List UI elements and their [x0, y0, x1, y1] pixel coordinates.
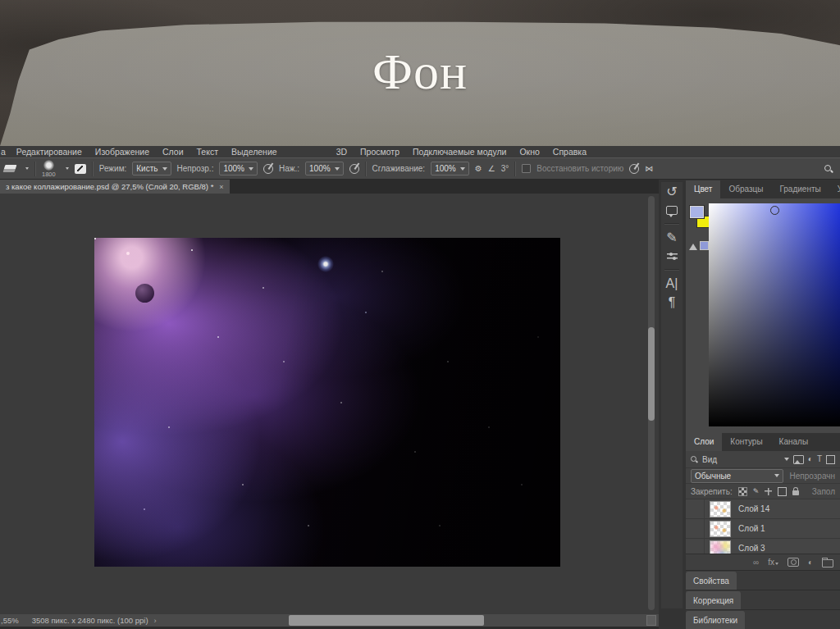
color-picker-field[interactable] [709, 203, 840, 426]
tab-channels[interactable]: Каналы [771, 433, 817, 451]
layer-opacity-label: Непрозрачн [790, 472, 835, 481]
lock-transparency-icon[interactable] [738, 487, 747, 496]
zoom-level[interactable]: ,55% [1, 616, 19, 625]
eraser-tool-icon[interactable] [3, 165, 17, 172]
layer-row[interactable]: Слой 1 [686, 519, 840, 539]
new-adjustment-layer-icon[interactable]: ◐ [808, 558, 813, 567]
filter-adjustment-layers-icon[interactable]: ◐ [808, 455, 813, 463]
planet-shape [135, 284, 154, 303]
canvas-image-nebula[interactable] [94, 238, 560, 567]
layer-row[interactable]: Слой 3 [686, 539, 840, 554]
color-picker-marker[interactable] [770, 206, 779, 215]
lock-label: Закрепить: [691, 487, 733, 496]
filter-shape-layers-icon[interactable] [826, 455, 835, 464]
vertical-scrollbar-thumb[interactable] [648, 327, 655, 421]
symmetry-butterfly-icon[interactable]: ⋈ [645, 164, 653, 173]
layers-panel-buttons: ∞ fx ◐ [686, 554, 840, 570]
smoothing-label: Сглаживание: [372, 164, 426, 173]
brush-preset-picker[interactable]: 1800 [42, 160, 56, 178]
panel-properties[interactable]: Свойства [686, 572, 737, 590]
menu-item-plugins[interactable]: Подключаемые модули [406, 147, 513, 157]
filter-type-layers-icon[interactable]: T [817, 455, 822, 463]
pressure-size-icon[interactable] [629, 164, 639, 174]
brush-settings-panel-icon[interactable]: ✎ [661, 228, 682, 247]
color-panel-tabs: Цвет Образцы Градиенты Узоры [686, 180, 840, 198]
tab-color[interactable]: Цвет [686, 180, 720, 198]
smoothing-dropdown[interactable]: 100% [431, 162, 469, 175]
panels-column: Цвет Образцы Градиенты Узоры [686, 180, 840, 629]
search-icon[interactable] [824, 164, 833, 174]
panel-adjustments[interactable]: Коррекция [686, 591, 741, 609]
layer-thumbnail[interactable] [710, 501, 731, 517]
flow-dropdown[interactable]: 100% [305, 162, 344, 175]
menu-item-view[interactable]: Просмотр [354, 147, 406, 157]
tool-presets-panel-icon[interactable] [661, 247, 682, 266]
chevron-down-icon [249, 167, 253, 171]
erase-history-checkbox[interactable] [522, 164, 531, 173]
menu-item-3d[interactable]: 3D [330, 147, 354, 157]
chevron-down-icon[interactable] [66, 167, 69, 170]
document-tab[interactable]: з какое коллажирование.psd @ 27,5% (Слой… [0, 180, 230, 194]
layer-name[interactable]: Слой 14 [738, 504, 769, 513]
horizontal-scrollbar-thumb[interactable] [289, 615, 484, 626]
visibility-toggle[interactable] [686, 539, 705, 554]
opacity-dropdown[interactable]: 100% [219, 162, 258, 175]
mode-dropdown[interactable]: Кисть [132, 162, 171, 175]
blend-mode-dropdown[interactable]: Обычные [691, 469, 783, 483]
visibility-toggle[interactable] [686, 519, 705, 538]
menu-item-edit[interactable]: Редактирование [10, 147, 89, 157]
status-chevron-icon[interactable]: › [154, 616, 157, 625]
menu-item-partial[interactable]: а [0, 147, 10, 157]
foreground-background-swatches[interactable] [689, 205, 710, 230]
tab-swatches[interactable]: Образцы [720, 180, 771, 198]
gear-icon[interactable]: ⚙ [475, 164, 482, 173]
filter-type-value[interactable]: Вид [702, 455, 717, 464]
layer-name[interactable]: Слой 1 [738, 524, 765, 533]
menu-item-type[interactable]: Текст [190, 147, 225, 157]
lock-all-icon[interactable] [792, 490, 799, 495]
angle-value[interactable]: 3° [501, 164, 509, 173]
slide-title: Фон [0, 43, 840, 101]
tab-layers[interactable]: Слои [686, 433, 722, 451]
menu-item-select[interactable]: Выделение [225, 147, 284, 157]
vertical-scrollbar[interactable] [648, 196, 655, 610]
menu-item-image[interactable]: Изображение [89, 147, 156, 157]
lock-artboard-icon[interactable] [778, 487, 787, 496]
layer-name[interactable]: Слой 3 [738, 544, 765, 553]
brush-panel-toggle-icon[interactable] [75, 164, 86, 174]
new-group-folder-icon[interactable] [822, 559, 833, 567]
close-icon[interactable]: × [219, 183, 223, 191]
layer-thumbnail[interactable] [710, 521, 731, 537]
lock-paint-icon[interactable]: ✎ [753, 487, 760, 495]
menu-item-help[interactable]: Справка [546, 147, 593, 157]
paragraph-panel-icon[interactable]: ¶ [661, 293, 682, 312]
tab-patterns[interactable]: Узоры [829, 180, 840, 198]
lock-position-icon[interactable] [765, 488, 772, 495]
chevron-down-icon[interactable] [25, 167, 29, 170]
character-panel-icon[interactable]: А| [661, 274, 682, 293]
link-layers-icon[interactable]: ∞ [753, 558, 759, 567]
divider [514, 162, 516, 176]
visibility-toggle[interactable] [686, 499, 705, 518]
pressure-opacity-icon[interactable] [263, 164, 273, 174]
scrollbar-corner [646, 615, 656, 626]
layer-thumbnail[interactable] [710, 540, 731, 554]
menu-item-layers[interactable]: Слои [156, 147, 190, 157]
filter-pixel-layers-icon[interactable] [793, 455, 804, 464]
lock-row: Закрепить: ✎ Запол [686, 484, 840, 499]
layer-style-button[interactable]: fx [768, 558, 778, 567]
chat-bubble-icon [666, 206, 678, 215]
history-panel-icon[interactable]: ↺ [661, 182, 682, 201]
add-mask-icon[interactable] [788, 558, 799, 567]
panel-libraries[interactable]: Библиотеки [686, 611, 745, 629]
notes-panel-icon[interactable] [661, 201, 682, 220]
foreground-color-swatch[interactable] [690, 206, 704, 218]
tab-paths[interactable]: Контуры [722, 433, 770, 451]
tab-gradients[interactable]: Градиенты [771, 180, 829, 198]
menu-item-window[interactable]: Окно [513, 147, 546, 157]
airbrush-icon[interactable] [349, 164, 359, 174]
chevron-down-icon[interactable] [784, 458, 789, 461]
layer-row[interactable]: Слой 14 [686, 499, 840, 519]
closest-web-color-swatch[interactable] [700, 241, 709, 250]
gamut-warning[interactable] [689, 241, 709, 250]
